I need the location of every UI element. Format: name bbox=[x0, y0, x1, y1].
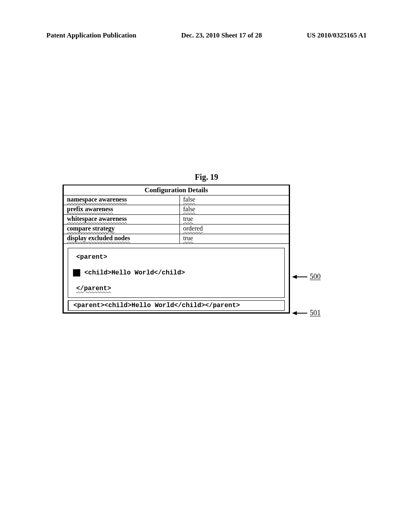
xml-line: </parent> bbox=[76, 284, 280, 294]
config-key: compare strategy bbox=[64, 224, 180, 234]
xml-panel-1: <parent> <child>Hello World</child> </pa… bbox=[68, 248, 285, 298]
arrow-head-icon bbox=[292, 275, 297, 279]
config-val: true bbox=[180, 215, 289, 224]
xml-text: <child>Hello World</child> bbox=[84, 268, 185, 278]
header-right: US 2010/0325165 A1 bbox=[307, 31, 367, 39]
config-key: prefix awareness bbox=[64, 205, 180, 214]
reference-number: 500 bbox=[310, 272, 321, 281]
reference-501: 501 bbox=[292, 309, 321, 317]
config-key: namespace awareness bbox=[64, 195, 180, 205]
header-center: Dec. 23, 2010 Sheet 17 of 28 bbox=[181, 31, 262, 39]
page-header: Patent Application Publication Dec. 23, … bbox=[46, 31, 367, 39]
outer-frame: Configuration Details namespace awarenes… bbox=[63, 185, 290, 314]
xml-line: <parent> bbox=[76, 252, 280, 262]
config-val: true bbox=[180, 234, 289, 243]
marker-square-icon bbox=[73, 269, 80, 276]
config-title: Configuration Details bbox=[64, 185, 289, 195]
figure-content: Configuration Details namespace awarenes… bbox=[63, 185, 290, 314]
config-val: false bbox=[180, 195, 289, 205]
figure-caption: Fig. 19 bbox=[0, 172, 413, 182]
config-val: ordered bbox=[180, 224, 289, 234]
config-row: namespace awareness false bbox=[64, 195, 289, 205]
config-val: false bbox=[180, 205, 289, 214]
config-row: prefix awareness false bbox=[64, 205, 289, 215]
xml-line: <child>Hello World</child> bbox=[73, 268, 280, 278]
header-left: Patent Application Publication bbox=[46, 31, 136, 39]
arrow-line-icon bbox=[297, 313, 307, 314]
reference-500: 500 bbox=[292, 272, 321, 281]
xml-panel-2: <parent><child>Hello World</child></pare… bbox=[68, 300, 285, 311]
arrow-line-icon bbox=[297, 276, 307, 277]
arrow-head-icon bbox=[292, 311, 297, 315]
config-key: whitespace awareness bbox=[64, 215, 180, 224]
reference-number: 501 bbox=[310, 309, 321, 317]
config-row: whitespace awareness true bbox=[64, 215, 289, 224]
config-key: display excluded nodes bbox=[64, 234, 180, 243]
config-row: display excluded nodes true bbox=[64, 234, 289, 244]
config-row: compare strategy ordered bbox=[64, 224, 289, 234]
